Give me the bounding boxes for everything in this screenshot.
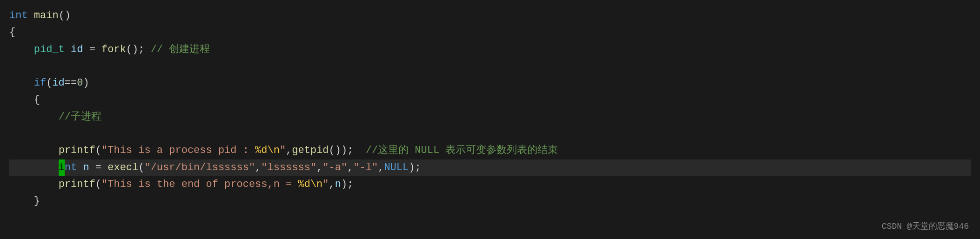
- code-line-3: pid_t id = fork(); // 创建进程: [9, 41, 971, 58]
- code-line-6: {: [9, 92, 971, 108]
- code-line-1: int main(): [9, 7, 971, 24]
- code-line-2: {: [9, 24, 971, 41]
- code-line-7: //子进程: [9, 109, 971, 126]
- code-line-8: [9, 126, 971, 142]
- code-line-9: printf("This is a process pid : %d\n",ge…: [9, 142, 971, 159]
- code-line-12: }: [9, 193, 971, 210]
- code-line-10: int n = execl("/usr/bin/lssssss","lsssss…: [9, 159, 971, 176]
- code-line-11: printf("This is the end of process,n = %…: [9, 176, 971, 193]
- code-line-4: [9, 58, 971, 75]
- code-container: int main(){ pid_t id = fork(); // 创建进程 i…: [0, 0, 980, 239]
- code-line-5: if(id==0): [9, 75, 971, 92]
- watermark: CSDN @天堂的恶魔946: [882, 220, 969, 233]
- code-block: int main(){ pid_t id = fork(); // 创建进程 i…: [9, 7, 971, 210]
